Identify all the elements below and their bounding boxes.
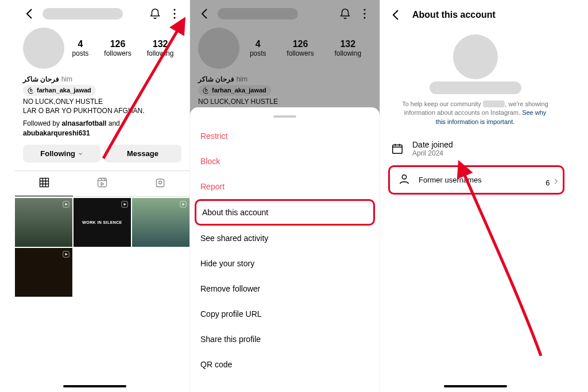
svg-point-15: [402, 175, 406, 179]
svg-point-12: [363, 13, 365, 14]
post-thumb[interactable]: [15, 248, 72, 297]
option-remove-follower[interactable]: Remove follower: [190, 276, 380, 301]
option-see-shared-activity[interactable]: See shared activity: [190, 226, 380, 251]
more-options-icon[interactable]: [358, 7, 372, 21]
stat-following-label: following: [147, 49, 174, 57]
options-sheet: Restrict Block Report About this account…: [190, 107, 380, 392]
svg-point-13: [363, 17, 365, 18]
stat-followers-num: 126: [104, 39, 131, 49]
stat-following-num: 132: [147, 39, 174, 49]
post-thumb[interactable]: WORK IN SILENCE: [74, 198, 131, 247]
option-restrict[interactable]: Restrict: [190, 123, 380, 149]
posts-grid: WORK IN SILENCE: [15, 197, 189, 297]
help-text: To help keep our community xxxxxxx, we'r…: [380, 96, 570, 130]
chevron-right-icon: [552, 177, 560, 185]
svg-point-11: [363, 9, 365, 10]
username-redacted: [430, 81, 521, 94]
reel-icon: [62, 200, 70, 209]
threads-handle[interactable]: farhan_aka_jawad: [23, 85, 96, 96]
svg-point-0: [173, 9, 175, 10]
svg-point-6: [159, 181, 162, 184]
pronoun: him: [61, 75, 72, 83]
stat-posts[interactable]: 4 posts: [72, 39, 89, 57]
followed-by[interactable]: Followed by alnasarfotball and abubakarq…: [23, 119, 181, 137]
svg-rect-14: [393, 145, 403, 154]
svg-point-1: [173, 13, 175, 14]
display-name: فرحان شاکر: [23, 75, 59, 83]
bio-line1: NO LUCK,ONLY HUSTLE: [23, 98, 103, 106]
svg-rect-4: [98, 178, 106, 187]
bio-line2: LAR O BAR YO PUKHTOON AFGHAN.: [23, 107, 145, 115]
stat-followers-label: followers: [104, 49, 131, 57]
option-copy-profile-url[interactable]: Copy profile URL: [190, 301, 380, 327]
drag-handle[interactable]: [273, 115, 296, 118]
calendar-icon: [390, 142, 404, 155]
tab-tagged[interactable]: [131, 171, 189, 196]
home-indicator: [63, 385, 126, 387]
back-icon[interactable]: [198, 7, 212, 21]
svg-rect-3: [40, 178, 48, 187]
tab-posts[interactable]: [15, 171, 73, 196]
tab-reels[interactable]: [73, 171, 131, 196]
panel-profile: 4 posts 126 followers 132 following فرحا…: [0, 0, 190, 392]
row-date-joined: Date joined April 2024: [380, 133, 570, 164]
avatar[interactable]: [23, 28, 64, 69]
svg-point-2: [173, 17, 175, 18]
message-button[interactable]: Message: [104, 145, 181, 162]
username-redacted: [218, 8, 298, 20]
post-thumb[interactable]: [132, 198, 189, 247]
more-options-icon[interactable]: [168, 7, 181, 21]
home-indicator: [444, 385, 507, 387]
former-usernames-count: 6: [546, 177, 560, 187]
option-report[interactable]: Report: [190, 174, 380, 199]
option-hide-your-story[interactable]: Hide your story: [190, 251, 380, 276]
avatar: [198, 28, 239, 69]
username-redacted: [42, 8, 123, 20]
back-icon[interactable]: [389, 8, 403, 22]
reel-icon: [179, 200, 187, 209]
threads-handle-text: farhan_aka_jawad: [37, 86, 91, 95]
following-button[interactable]: Following: [23, 145, 100, 162]
panel-options: 4posts 126followers 132following فرحان ش…: [190, 0, 380, 392]
panel-about: About this account To help keep our comm…: [380, 0, 570, 392]
stat-following[interactable]: 132 following: [147, 39, 174, 57]
stat-followers[interactable]: 126 followers: [104, 39, 131, 57]
option-qr-code[interactable]: QR code: [190, 352, 380, 377]
stat-posts-num: 4: [72, 39, 89, 49]
notifications-icon[interactable]: [338, 7, 352, 21]
date-joined-label: Date joined: [412, 140, 560, 149]
post-thumb[interactable]: [15, 198, 72, 247]
back-icon[interactable]: [23, 7, 37, 21]
former-usernames-label: Former usernames: [419, 176, 482, 184]
person-icon: [398, 173, 411, 187]
reel-icon: [121, 200, 129, 209]
date-joined-value: April 2024: [412, 149, 560, 157]
reel-icon: [62, 250, 70, 259]
option-about-this-account[interactable]: About this account: [195, 199, 375, 226]
avatar: [453, 34, 498, 79]
bio: فرحان شاکر him farhan_aka_jawad NO LUCK,…: [15, 73, 189, 139]
stat-posts-label: posts: [72, 49, 89, 57]
option-block[interactable]: Block: [190, 149, 380, 174]
notifications-icon[interactable]: [148, 7, 162, 21]
svg-rect-5: [157, 179, 164, 187]
page-title: About this account: [412, 10, 496, 20]
option-share-this-profile[interactable]: Share this profile: [190, 327, 380, 352]
